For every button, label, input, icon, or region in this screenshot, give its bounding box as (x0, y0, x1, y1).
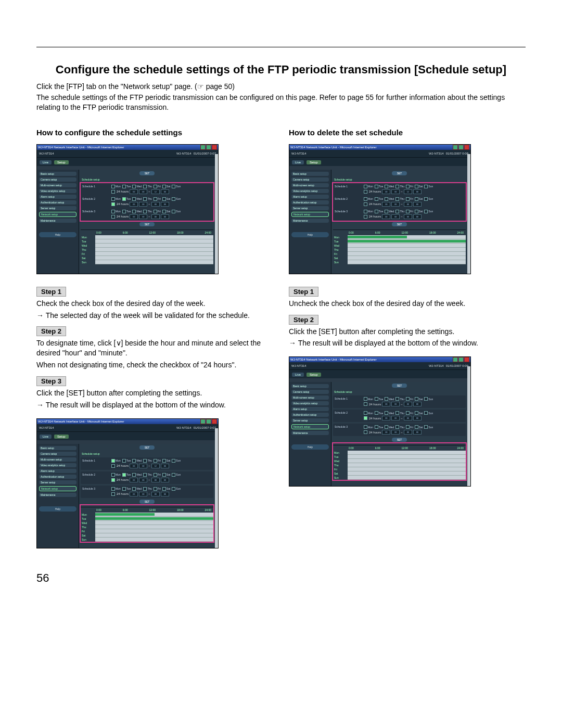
day-checkbox[interactable] (122, 185, 126, 188)
nav-network[interactable]: Network setup (39, 212, 76, 217)
timestamp: 01/01/2007 0:07 (194, 152, 216, 155)
intro-line-2: The schedule settings of the FTP periodi… (36, 93, 526, 112)
day-checkbox[interactable] (154, 197, 157, 201)
section-title: Schedule setup (82, 178, 213, 181)
hour-select[interactable]: 00 (130, 189, 138, 194)
nav-multi[interactable]: Multi-screen setup (39, 183, 76, 187)
live-tab[interactable]: Live (39, 160, 52, 165)
step-1-text-a: Check the check box of the desired day o… (36, 299, 273, 309)
maximize-icon[interactable] (206, 145, 211, 150)
right-step-2-badge: Step 2 (289, 315, 318, 325)
day-checkbox[interactable] (154, 210, 157, 213)
window-title: WJ-NT314 Network Interface Unit - Micros… (38, 146, 124, 149)
hours-checkbox[interactable] (111, 190, 115, 194)
day-checkbox[interactable] (162, 185, 166, 188)
screenshot-delete-2: WJ-NT314 Network Interface Unit - Micros… (289, 356, 471, 487)
page-number: 56 (36, 571, 526, 585)
close-icon[interactable] (212, 145, 217, 150)
screenshot-configure-1: WJ-NT314 Network Interface Unit - Micros… (36, 144, 219, 274)
minimize-icon[interactable] (200, 419, 206, 424)
nav-video[interactable]: Video analytics setup (39, 189, 76, 193)
minimize-icon[interactable] (453, 357, 458, 362)
close-icon[interactable] (464, 357, 469, 362)
right-subheading: How to delete the set schedule (289, 128, 526, 137)
day-checkbox[interactable] (172, 210, 175, 213)
set-button-bottom[interactable]: SET (139, 222, 155, 226)
day-checkbox[interactable] (143, 210, 147, 213)
day-checkbox[interactable] (143, 185, 147, 188)
nav-camera[interactable]: Camera setup (39, 177, 76, 182)
help-button[interactable]: Help (39, 232, 76, 237)
step-2-text-a: To designate time, click [∨] beside the … (36, 338, 273, 358)
hour-select[interactable]: 12 (151, 189, 160, 194)
schedule-3-row: Schedule 3 Mon Tue Wed Thu Fri Sat (81, 208, 213, 221)
schedule-1-label: Schedule 1 (82, 185, 108, 188)
schedule-2-label: Schedule 2 (82, 197, 108, 200)
day-checkbox[interactable] (172, 185, 175, 188)
minute-select[interactable]: 00 (161, 189, 169, 194)
schedule-3-label: Schedule 3 (82, 210, 108, 213)
day-checkbox[interactable] (162, 210, 166, 213)
maximize-icon[interactable] (458, 145, 464, 150)
setup-tab[interactable]: Setup (54, 160, 69, 165)
window-title: WJ-NT314 Network Interface Unit - Micros… (38, 420, 124, 423)
minimize-icon[interactable] (200, 145, 206, 150)
schedule-2-row: Schedule 2 Mon Tue Wed Thu Fri Sat (81, 196, 213, 208)
day-checkbox[interactable] (143, 197, 147, 201)
maximize-icon[interactable] (206, 419, 211, 424)
step-1-text-b: → The selected day of the week will be v… (36, 311, 273, 321)
intro-line-1: Click the [FTP] tab on the "Network setu… (36, 82, 526, 92)
screenshot-configure-2: WJ-NT314 Network Interface Unit - Micros… (36, 418, 219, 548)
close-icon[interactable] (212, 419, 217, 424)
day-checkbox[interactable] (111, 210, 115, 213)
schedule-1-row: Schedule 1 Mon Tue Wed Thu Fri Sat (81, 183, 213, 196)
right-step-2-text-b: → The result will be displayed at the bo… (289, 338, 526, 348)
brand-label: WJ-NT314 (39, 152, 54, 155)
nav-maint[interactable]: Maintenance (39, 219, 76, 223)
maximize-icon[interactable] (458, 357, 464, 362)
right-step-1-text: Uncheck the check box of the desired day… (289, 299, 526, 309)
step-3-text-a: Click the [SET] button after completing … (36, 388, 273, 398)
timebar: 0:006:0012:0018:0024:00 Mon Tue Wed Thu … (81, 229, 213, 264)
set-button-top[interactable]: SET (139, 171, 155, 175)
day-checkbox[interactable] (132, 210, 136, 213)
right-step-2-text-a: Click the [SET] button after completing … (289, 327, 526, 337)
right-step-1-badge: Step 1 (289, 287, 318, 297)
tab-model[interactable]: WJ-NT314 (176, 152, 191, 155)
day-checkbox[interactable] (162, 197, 166, 201)
nav-basic[interactable]: Basic setup (39, 172, 76, 176)
day-checkbox[interactable] (154, 185, 157, 188)
day-checkbox[interactable] (111, 197, 115, 201)
step-2-badge: Step 2 (36, 326, 66, 336)
minute-select[interactable]: 00 (139, 189, 147, 194)
minimize-icon[interactable] (453, 145, 458, 150)
day-checkbox[interactable] (132, 185, 136, 188)
nav-auth[interactable]: Authentication setup (39, 200, 76, 205)
close-icon[interactable] (464, 145, 469, 150)
day-checkbox[interactable] (111, 185, 115, 188)
day-checkbox[interactable] (172, 197, 175, 201)
day-checkbox[interactable] (132, 197, 136, 201)
hours-checkbox[interactable] (111, 215, 115, 219)
left-subheading: How to configure the schedule settings (36, 128, 273, 137)
nav-alarm[interactable]: Alarm setup (39, 195, 76, 199)
page-title: Configure the schedule settings of the F… (36, 63, 526, 76)
day-checkbox[interactable] (122, 210, 126, 213)
step-2-text-b: When not designating time, check the che… (36, 360, 273, 370)
screenshot-delete-1: WJ-NT314 Network Interface Unit - Micros… (289, 144, 471, 274)
hours-checkbox[interactable] (111, 202, 115, 206)
day-checkbox[interactable] (122, 197, 126, 201)
step-1-badge: Step 1 (36, 287, 66, 297)
nav-server[interactable]: Server setup (39, 206, 76, 210)
step-3-badge: Step 3 (36, 376, 66, 386)
step-3-text-b: → The result will be displayed at the bo… (36, 400, 273, 410)
